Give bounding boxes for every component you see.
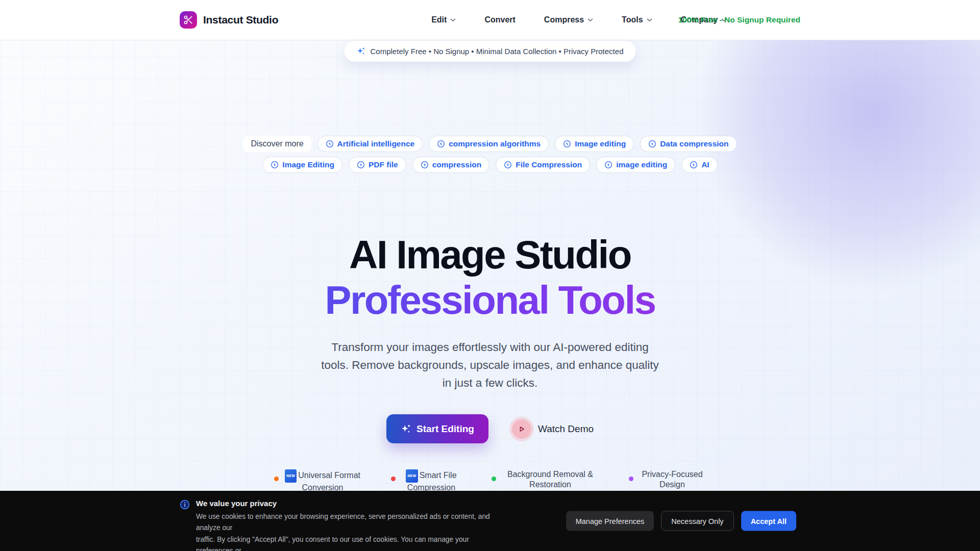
cookie-banner: We value your privacy We use cookies to … <box>0 491 980 551</box>
tag-label: compression <box>432 160 481 169</box>
accept-all-button[interactable]: Accept All <box>741 511 796 531</box>
hero-section: AI Image Studio Professional Tools Trans… <box>0 232 980 392</box>
free-promo-text: 100% Free - No Signup Required <box>678 15 800 24</box>
orange-dot-icon <box>274 477 279 481</box>
nav-item-compress[interactable]: Compress <box>544 15 593 24</box>
title-line-2: Professional Tools <box>0 278 980 323</box>
sparkles-icon <box>401 424 411 434</box>
feature-label: Privacy-Focused Design <box>639 469 706 490</box>
cookie-body-line: We use cookies to enhance your browsing … <box>196 511 505 534</box>
page: Instacut Studio Edit Convert Compress To… <box>0 0 980 551</box>
title-line-1: AI Image Studio <box>0 232 980 278</box>
tag-label: image editing <box>616 160 667 169</box>
nav-label: Tools <box>622 15 643 24</box>
tag-pill-artificial-intelligence[interactable]: Artificial intelligence <box>317 136 423 152</box>
nav-item-convert[interactable]: Convert <box>484 15 515 24</box>
sparkles-icon <box>357 47 365 56</box>
feature-smart-file-compression: NEWSmart File Compression <box>391 469 462 493</box>
feature-text: Privacy-Focused Design <box>642 470 702 489</box>
chevron-down-icon <box>647 18 652 22</box>
subtitle-line: tools. Remove backgrounds, upscale image… <box>0 356 980 374</box>
feature-label: NEWUniversal Format Conversion <box>284 469 361 493</box>
zap-circle-icon <box>421 161 429 169</box>
trust-badge-text: Completely Free • No Signup • Minimal Da… <box>371 47 624 56</box>
subtitle-line: Transform your images effortlessly with … <box>0 338 980 356</box>
nav-item-edit[interactable]: Edit <box>431 15 456 24</box>
tag-cloud: Discover more Artificial intelligence co… <box>0 136 980 173</box>
chevron-down-icon <box>587 18 593 22</box>
tag-pill-pdf-file[interactable]: PDF file <box>349 157 406 173</box>
nav-label: Convert <box>484 15 515 24</box>
cookie-text-block: We value your privacy We use cookies to … <box>196 499 505 551</box>
tag-pill-compression-algorithms[interactable]: compression algorithms <box>429 136 549 152</box>
cookie-body: We use cookies to enhance your browsing … <box>196 511 505 551</box>
page-title: AI Image Studio Professional Tools <box>0 232 980 323</box>
feature-universal-format-conversion: NEWUniversal Format Conversion <box>274 469 361 493</box>
tag-label: Artificial intelligence <box>337 139 415 148</box>
zap-circle-icon <box>648 140 656 148</box>
new-badge: NEW <box>406 469 418 483</box>
tag-label: Image editing <box>575 139 626 148</box>
hero-subtitle: Transform your images effortlessly with … <box>0 338 980 392</box>
tag-pill-compression[interactable]: compression <box>412 157 489 173</box>
cookie-buttons: Manage Preferences Necessary Only Accept… <box>566 511 796 531</box>
feature-label: NEWSmart File Compression <box>401 469 462 493</box>
feature-label: Background Removal & Restoration <box>501 469 599 490</box>
tag-label: compression algorithms <box>449 139 541 148</box>
info-icon <box>180 499 190 551</box>
nav-label: Compress <box>544 15 584 24</box>
purple-dot-icon <box>629 477 633 481</box>
trust-badge: Completely Free • No Signup • Minimal Da… <box>345 41 636 62</box>
cta-row: Start Editing Watch Demo <box>0 414 980 443</box>
start-editing-label: Start Editing <box>416 423 474 435</box>
chevron-down-icon <box>450 18 456 22</box>
brand-name: Instacut Studio <box>203 14 278 26</box>
brand[interactable]: Instacut Studio <box>180 11 278 29</box>
tag-label: AI <box>701 160 709 169</box>
tag-row-2: Image Editing PDF file compression File … <box>262 157 717 173</box>
discover-more-label: Discover more <box>243 136 311 152</box>
nav-item-tools[interactable]: Tools <box>622 15 652 24</box>
watch-demo-button[interactable]: Watch Demo <box>512 419 594 439</box>
tag-label: Image Editing <box>282 160 334 169</box>
tag-pill-data-compression[interactable]: Data compression <box>640 136 737 152</box>
zap-circle-icon <box>690 161 698 169</box>
feature-highlights: NEWUniversal Format Conversion NEWSmart … <box>0 469 980 493</box>
tag-pill-ai[interactable]: AI <box>681 157 718 173</box>
new-badge: NEW <box>285 469 297 483</box>
tag-pill-image-editing-3[interactable]: image editing <box>596 157 675 173</box>
nav-label: Edit <box>431 15 447 24</box>
tag-pill-image-editing-2[interactable]: Image Editing <box>262 157 342 173</box>
zap-circle-icon <box>271 161 279 169</box>
cookie-title: We value your privacy <box>196 499 505 508</box>
feature-background-removal: Background Removal & Restoration <box>492 469 599 493</box>
start-editing-button[interactable]: Start Editing <box>386 414 488 443</box>
subtitle-line: in just a few clicks. <box>0 374 980 392</box>
tag-pill-image-editing[interactable]: Image editing <box>555 136 634 152</box>
manage-preferences-button[interactable]: Manage Preferences <box>566 511 654 531</box>
watch-demo-label: Watch Demo <box>538 423 594 435</box>
necessary-only-button[interactable]: Necessary Only <box>661 511 733 531</box>
zap-circle-icon <box>357 161 365 169</box>
green-dot-icon <box>492 477 496 481</box>
tag-label: File Compression <box>516 160 582 169</box>
zap-circle-icon <box>604 161 612 169</box>
cookie-body-line: traffic. By clicking "Accept All", you c… <box>196 534 505 551</box>
zap-circle-icon <box>504 161 512 169</box>
scissors-logo-icon <box>180 11 197 29</box>
tag-pill-file-compression[interactable]: File Compression <box>496 157 590 173</box>
tag-label: Data compression <box>660 139 728 148</box>
zap-circle-icon <box>437 140 445 148</box>
play-icon <box>512 419 531 439</box>
tag-row-1: Discover more Artificial intelligence co… <box>243 136 737 152</box>
tag-label: PDF file <box>369 160 398 169</box>
red-dot-icon <box>391 477 396 481</box>
header: Instacut Studio Edit Convert Compress To… <box>0 0 980 40</box>
zap-circle-icon <box>563 140 571 148</box>
feature-text: Universal Format Conversion <box>298 471 360 492</box>
feature-text: Background Removal & Restoration <box>507 470 593 489</box>
feature-privacy-focused-design: Privacy-Focused Design <box>629 469 706 493</box>
zap-circle-icon <box>326 140 334 148</box>
